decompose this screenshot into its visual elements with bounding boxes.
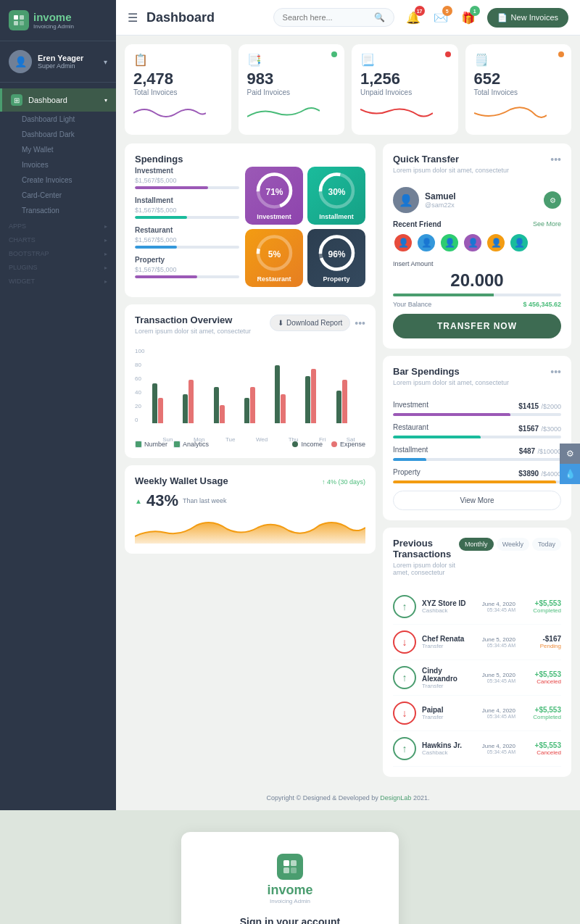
number-checkbox[interactable] <box>135 441 142 448</box>
bs-label: Property <box>393 468 420 478</box>
friend-avatar-5[interactable]: 👤 <box>486 233 506 253</box>
spendings-list: Investment $1,567/$5,000 Installme <box>135 167 239 287</box>
qt-settings-icon[interactable]: ⚙ <box>544 191 561 209</box>
more-options-icon[interactable]: ••• <box>550 366 561 378</box>
login-logo-icon <box>277 854 303 880</box>
search-input[interactable] <box>283 13 370 22</box>
sidebar-item-apps[interactable]: Apps▸ <box>0 218 116 232</box>
bar-chart: Sun Mon Tue Wed Thu Fri Sat <box>152 348 365 435</box>
bs-amount: $1415 <box>518 402 539 410</box>
amount-slider[interactable] <box>393 294 561 296</box>
sidebar-item-charts[interactable]: Charts▸ <box>0 232 116 246</box>
login-section: invome Invoicing Admin Sign in your acco… <box>0 810 580 924</box>
insert-amount-section: Insert Amount 20.000 Your Balance $ 456,… <box>393 260 561 308</box>
view-more-button[interactable]: View More <box>393 491 561 510</box>
bs-item-property: Property $3890 /$4000 <box>393 468 561 483</box>
sidebar-item-bootstrap[interactable]: Bootstrap▸ <box>0 246 116 259</box>
transaction-overview-card: Transaction Overview Lorem ipsum dolor s… <box>125 304 376 458</box>
tx-status: Canceled <box>524 749 561 756</box>
sidebar-item-plugins[interactable]: Plugins▸ <box>0 259 116 273</box>
download-report-button[interactable]: ⬇ Download Report <box>270 315 350 331</box>
spending-amount: $1,567/$5,000 <box>135 206 239 214</box>
sidebar-user[interactable]: 👤 Eren Yeager Super Admin ▾ <box>0 41 116 83</box>
menu-icon[interactable]: ☰ <box>128 11 138 25</box>
tx-type: Transfer <box>422 714 476 720</box>
footer-year: 2021. <box>413 794 430 802</box>
tx-name: Paipal <box>422 706 476 714</box>
tx-item-paipal: ↓ Paipal Transfer June 4, 2020 05:34:45 … <box>393 696 561 731</box>
bar-expense <box>342 380 347 423</box>
wallet-percentage: 43% <box>146 491 178 510</box>
donut-label: Property <box>323 275 349 283</box>
friend-avatar-2[interactable]: 👤 <box>416 233 436 253</box>
login-app-name: invome <box>267 883 312 898</box>
quick-transfer-card: Quick Transfer Lorem ipsum dolor sit ame… <box>383 143 571 349</box>
footer-brand-link[interactable]: DesignLab <box>380 794 411 802</box>
chevron-icon: ▾ <box>104 97 107 104</box>
gift-button[interactable]: 🎁 1 <box>458 7 478 28</box>
tx-status: Canceled <box>524 678 561 685</box>
tx-sub: Lorem ipsum dolor sit amet, consectetur <box>135 328 251 335</box>
sidebar-item-transaction[interactable]: Transaction <box>0 203 116 218</box>
donuts-grid: 71% Investment 30% Installment <box>245 167 365 287</box>
see-more-link[interactable]: See More <box>533 220 561 228</box>
tx-name: XYZ Store ID <box>422 599 476 607</box>
mail-button[interactable]: ✉️ 5 <box>431 7 451 28</box>
bar-group-sun <box>152 383 181 423</box>
qt-user-avatar: 👤 <box>393 187 419 213</box>
tab-monthly[interactable]: Monthly <box>459 538 494 551</box>
stat-number: 652 <box>474 70 563 88</box>
tx-down-icon: ↓ <box>393 630 416 654</box>
footer-text: Copyright © Designed & Developed by <box>267 794 378 802</box>
tx-amount: +$5,553 <box>524 599 561 607</box>
settings-panel-button[interactable]: ⚙ <box>560 444 580 464</box>
bar-spendings-card: Bar Spendings Lorem ipsum dolor sit amet… <box>383 356 571 520</box>
user-name: Eren Yeager <box>38 54 83 62</box>
spendings-title: Spendings <box>135 154 365 165</box>
bs-fill <box>393 413 510 416</box>
sidebar-item-widget[interactable]: Widget▸ <box>0 273 116 287</box>
side-settings-panel: ⚙ 💧 <box>560 444 580 484</box>
login-title: Sign in your account <box>203 916 377 924</box>
sidebar-item-card-center[interactable]: Card-Center <box>0 188 116 203</box>
bar-chart-container: 100806040200 <box>135 348 365 435</box>
svg-text:96%: 96% <box>328 249 345 259</box>
sidebar-item-my-wallet[interactable]: My Wallet <box>0 142 116 157</box>
tab-today[interactable]: Today <box>532 538 561 551</box>
wallet-sub: Than last week <box>183 497 227 504</box>
friend-avatar-4[interactable]: 👤 <box>463 233 483 253</box>
sidebar-item-invoices[interactable]: Invoices <box>0 157 116 172</box>
friend-avatar-3[interactable]: 👤 <box>439 233 460 253</box>
sidebar-item-dashboard-dark[interactable]: Dashboard Dark <box>0 127 116 142</box>
tx-date: June 5, 2020 <box>482 672 515 678</box>
search-icon[interactable]: 🔍 <box>374 12 385 22</box>
tx-info: Paipal Transfer <box>422 706 476 720</box>
tx-info: Hawkins Jr. Cashback <box>422 741 476 756</box>
tx-item-xyz: ↑ XYZ Store ID Cashback June 4, 2020 05:… <box>393 589 561 625</box>
sidebar-item-dashboard[interactable]: ⊞ Dashboard ▾ <box>0 88 116 112</box>
theme-panel-button[interactable]: 💧 <box>560 464 580 484</box>
sidebar-item-dashboard-light[interactable]: Dashboard Light <box>0 112 116 127</box>
friend-avatar-6[interactable]: 👤 <box>509 233 529 253</box>
bs-fill <box>393 458 426 461</box>
transfer-now-button[interactable]: TRANSFER NOW <box>393 314 561 338</box>
more-options-icon[interactable]: ••• <box>355 317 365 329</box>
donut-installment: 30% Installment <box>307 167 365 225</box>
more-options-icon[interactable]: ••• <box>550 154 561 165</box>
tab-weekly[interactable]: Weekly <box>497 538 529 551</box>
stat-label: Paid Invoices <box>247 88 336 96</box>
avatar: 👤 <box>9 50 32 73</box>
app-name: invome <box>33 11 74 23</box>
balance-row: Your Balance $ 456,345.62 <box>393 301 561 308</box>
new-invoices-button[interactable]: 📄 New Invoices <box>487 8 568 28</box>
sidebar-item-create-invoices[interactable]: Create Invoices <box>0 172 116 188</box>
tx-date: June 5, 2020 <box>482 636 515 643</box>
bs-label: Installment <box>393 446 428 456</box>
tx-type: Transfer <box>422 683 476 689</box>
stat-label: Total Invoices <box>133 88 223 96</box>
paid-indicator <box>331 51 337 57</box>
friend-avatar-1[interactable]: 👤 <box>393 233 413 253</box>
bs-label: Investment <box>393 401 428 411</box>
previous-transactions-card: Previous Transactions Lorem ipsum dolor … <box>383 528 571 777</box>
notification-bell-button[interactable]: 🔔 17 <box>403 7 423 28</box>
